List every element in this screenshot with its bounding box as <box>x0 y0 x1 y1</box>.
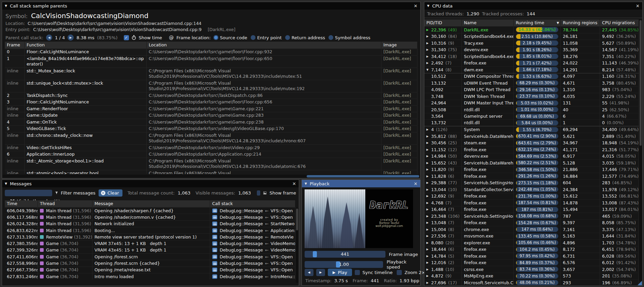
clear-button[interactable]: ✕ Clear <box>99 189 122 197</box>
callstack-row[interactable]: inlineGame::UpdateC:\Users\wolf\Desktop\… <box>5 112 418 119</box>
resize-grip[interactable] <box>638 281 642 285</box>
message-row[interactable]: 626,833,622nsMain thread (31,596)Booting… <box>5 227 295 233</box>
show-time-checkbox[interactable]: ✓ <box>124 35 129 40</box>
message-callstack[interactable]: DebugLog::Message←StartNetwo <box>210 221 295 227</box>
collapse-icon[interactable]: ▼ <box>5 182 7 185</box>
expand-arrow-icon[interactable]: ▶ <box>426 261 431 264</box>
process-row[interactable]: ▶2,492(7)firefox.exe1.71 s (7.42%)24,022… <box>424 60 639 67</box>
expand-arrow-icon[interactable]: ▶ <box>426 155 431 158</box>
filter-input[interactable] <box>5 190 52 196</box>
expand-arrow-icon[interactable]: ▶ <box>426 234 431 238</box>
expand-arrow-icon[interactable]: ▶ <box>426 274 431 277</box>
process-row[interactable]: ▶10,316(9)Tracy.exe2.18 s (9.45%)11,0585… <box>424 40 639 46</box>
sync-timeline-checkbox[interactable] <box>355 270 360 275</box>
process-row[interactable]: ▶11,828(6)firefox.exe291.26 ms (1.26%)16… <box>424 173 639 180</box>
process-row[interactable]: ▶11,152(12)firefox.exe632.15 ms (2.74%)4… <box>424 146 639 153</box>
expand-arrow-icon[interactable]: ▶ <box>426 208 431 211</box>
expand-arrow-icon[interactable]: ▶ <box>426 28 431 31</box>
process-row[interactable]: 10,512DWM Compositor Thread1.53 s (6.63%… <box>424 73 639 80</box>
message-callstack[interactable]: DebugLog::Message←VideoMemo <box>210 240 295 246</box>
message-callstack[interactable]: DebugLog::Message←VFS::Open <box>210 214 295 220</box>
expand-arrow-icon[interactable]: ▶ <box>426 188 431 191</box>
scrollbar-thumb[interactable] <box>296 209 298 230</box>
scrollbar-thumb[interactable] <box>640 20 642 146</box>
prev-callstack-button[interactable]: ◀ <box>46 34 52 41</box>
frame-image-slider[interactable]: 441 <box>305 251 385 258</box>
process-row[interactable]: ▶27,696(17)Microsoft.ServiceHub.Co48.06 … <box>424 279 639 285</box>
expand-arrow-icon[interactable]: ▶ <box>426 55 431 58</box>
expand-arrow-icon[interactable]: ▶ <box>426 175 431 178</box>
callstack-row[interactable]: inlinestd::_Atomic_storage<bool,1>::load… <box>5 158 418 170</box>
process-row[interactable]: 3,748DWM Token Thread23.37 ms (0.10%)4,0… <box>424 93 639 100</box>
callstack-row[interactable]: inlinestd::unique_lock<std::mutex>::lock… <box>5 80 418 92</box>
message-row[interactable]: 627,831,246nsGame (36,704)Intro menu loa… <box>5 273 295 279</box>
collapse-icon[interactable]: ▼ <box>5 4 7 8</box>
process-row[interactable]: ▶30,160(84)ScriptedSandbox64.exe2.51 s (… <box>424 33 639 40</box>
message-row[interactable]: 606,049,398nsMain thread (31,596)Opening… <box>5 207 295 214</box>
column-header[interactable]: Running time ▼ <box>514 19 561 26</box>
expand-arrow-icon[interactable]: ▶ <box>426 42 431 45</box>
process-row[interactable]: ▶8,080(20)explorer.exe105.66 ms (0.46%)4… <box>424 239 639 246</box>
close-icon[interactable]: ✕ <box>414 3 418 9</box>
column-header[interactable]: Call stack <box>210 200 295 207</box>
callstack-row[interactable]: 4Game::OnTickC:\Users\wolf\Desktop\darkr… <box>5 119 418 126</box>
process-row[interactable]: ▶16,464(7)firefox.exe187 ms (0.81%)15,49… <box>424 206 639 213</box>
collapse-icon[interactable]: ▼ <box>305 182 307 185</box>
expand-arrow-icon[interactable]: ▶ <box>426 161 431 164</box>
process-row[interactable]: ▼7,144(8)dwm.exe1.66 s (7.18%)14,2918,21… <box>424 66 639 73</box>
message-callstack[interactable]: DebugLog::Message←VideoMemo <box>210 247 295 253</box>
close-icon[interactable]: ✕ <box>636 3 640 9</box>
next-callstack-button[interactable]: ▶ <box>68 34 74 41</box>
frame-location-radio[interactable] <box>285 35 290 40</box>
column-header[interactable]: Function <box>25 42 147 48</box>
process-row[interactable]: ▶22,396(49)DarkRL.exe14.33 s (62.06%)78,… <box>424 26 639 33</box>
process-row[interactable]: ▶35,812(88)ServiceHub.DataWarehou670.41 … <box>424 133 639 140</box>
process-row[interactable]: ▶31,340(75)devenv.exe1.91 s (8.26%)35,36… <box>424 46 639 53</box>
column-header[interactable]: Frame <box>5 42 25 48</box>
process-row[interactable]: ▶12,016(2)firefox.exe84.89 ms (0.37%)6,5… <box>424 259 639 266</box>
column-header[interactable]: Running regions <box>561 19 600 26</box>
expand-arrow-icon[interactable]: ▶ <box>426 201 431 204</box>
callstack-row[interactable]: 5VideoGLBase::TickC:\Users\wolf\Desktop\… <box>5 125 418 132</box>
process-row[interactable]: ▶4,872(9)MsMpEng.exe70.22 ms (0.30%)5732… <box>424 273 639 279</box>
expand-arrow-icon[interactable]: ▶ <box>426 221 431 224</box>
process-row[interactable]: ▶15,004(8)chrome.exe147 ms (0.64%)7,1613… <box>424 226 639 233</box>
message-callstack[interactable]: DebugLog::Message←RemoteVie <box>210 234 295 240</box>
expand-arrow-icon[interactable]: ▶ <box>426 228 431 231</box>
column-header[interactable]: PID/TID <box>424 19 462 26</box>
message-callstack[interactable]: DebugLog::Message←VFS::Open <box>210 260 295 266</box>
column-header[interactable]: Name <box>462 19 514 26</box>
process-row[interactable]: 13,732ntdll.dll5.84 us (0.00%)10 (0.00%) <box>424 119 639 126</box>
column-header[interactable]: Thread <box>38 200 92 207</box>
column-header[interactable]: Time <box>5 200 38 207</box>
show-frame-checkbox[interactable] <box>257 190 261 196</box>
callstack-row[interactable]: 1<lambda_84a19dc444fae966ca174e83e708bdc… <box>5 55 418 68</box>
process-row[interactable]: ▶15,652(43)ServiceHub.DataWarehou580.22 … <box>424 159 639 166</box>
expand-arrow-icon[interactable]: ▶ <box>426 135 431 138</box>
expand-arrow-icon[interactable]: ▶ <box>426 168 431 171</box>
process-row[interactable]: 20,508ntdll.dll1.01 ms (0.00%)4025 (62.5… <box>424 106 639 113</box>
message-callstack[interactable]: DebugLog::Message←Application: <box>210 227 295 233</box>
step-forward-button[interactable]: ▶ <box>316 269 325 276</box>
message-row[interactable]: 627,399,326nsGame (36,704)VRAM 43x45: 15… <box>5 247 295 253</box>
message-row[interactable]: 606,117,568nsMain thread (31,596)Opening… <box>5 214 295 220</box>
expand-arrow-icon[interactable]: ▶ <box>426 281 431 284</box>
process-row[interactable]: 4,092DWM LPC Port Thread29.16 ms (0.13%)… <box>424 86 639 93</box>
expand-arrow-icon[interactable]: ▶ <box>426 241 431 244</box>
expand-arrow-icon[interactable]: ▶ <box>426 215 431 218</box>
frame-location-radio[interactable] <box>214 35 218 40</box>
callstack-row[interactable]: 6Application::InnerLoopC:\Users\wolf\Des… <box>5 151 418 158</box>
expand-arrow-icon[interactable]: ▶ <box>426 268 431 271</box>
message-row[interactable]: 627,380,356nsGame (36,704)VRAM 37x45: 13… <box>5 240 295 246</box>
expand-arrow-icon[interactable]: ▶ <box>426 248 431 251</box>
process-row[interactable]: ▶23,348(106)ServiceHub.SettingsHost158.0… <box>424 213 639 219</box>
process-row[interactable]: 13,132uDWM Event Thread68.29 ms (0.30%)4… <box>424 80 639 86</box>
message-row[interactable]: 627,667,736nsGame (36,704)Opening /meta/… <box>5 267 295 273</box>
playback-speed-slider[interactable]: 1.00 <box>305 261 383 268</box>
step-back-button[interactable]: ◀ <box>305 269 313 276</box>
process-row[interactable]: 3,564GameInput server69.68 us (0.00%)64 … <box>424 113 639 120</box>
callstack-row[interactable]: inlinestd::_Mutex_base::lockC:\Program F… <box>5 68 418 80</box>
callstack-row[interactable]: inlinestd::atomic<bool>::operator boolC:… <box>5 170 418 174</box>
message-callstack[interactable]: DebugLog::Message←VFS::Open <box>210 254 295 260</box>
process-row[interactable]: ▶14,984(50)devenv.exe584.69 ms (2.53%)6,… <box>424 153 639 160</box>
